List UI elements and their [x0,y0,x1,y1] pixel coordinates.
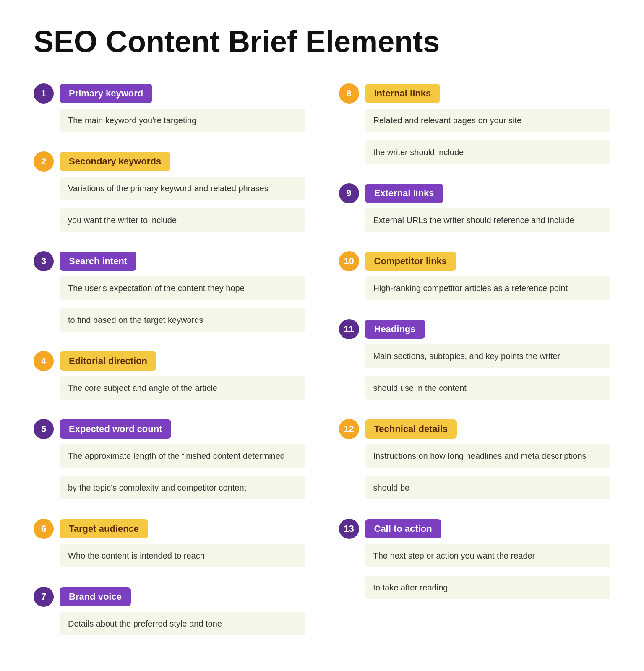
desc-row-1: The main keyword you're targeting [60,109,305,136]
desc-box-13-1: to take after reading [365,576,611,599]
label-6: Target audience [60,519,148,538]
badge-11: 11 [339,319,359,339]
desc-box-8-1: the writer should include [365,140,611,164]
label-7: Brand voice [60,587,131,606]
badge-12: 12 [339,419,359,439]
desc-box-6-0: Who the content is intended to reach [60,544,305,567]
desc-box-12-1: should be [365,476,611,499]
desc-box-7-0: Details about the preferred style and to… [60,612,305,635]
item-header-13: 13Call to action [339,519,611,539]
label-9: External links [365,184,443,203]
item-header-4: 4Editorial direction [34,351,305,371]
content-grid: 1Primary keywordThe main keyword you're … [34,83,610,655]
item-6: 6Target audienceWho the content is inten… [34,519,305,572]
badge-2: 2 [34,151,54,172]
item-header-1: 1Primary keyword [34,83,305,104]
desc-box-10-0: High-ranking competitor articles as a re… [365,276,611,300]
badge-1: 1 [34,83,54,104]
badge-3: 3 [34,251,54,271]
desc-row-5: The approximate length of the finished c… [60,444,305,504]
label-5: Expected word count [60,419,171,439]
desc-row-6: Who the content is intended to reach [60,544,305,572]
item-header-5: 5Expected word count [34,419,305,439]
badge-5: 5 [34,419,54,439]
item-5: 5Expected word countThe approximate leng… [34,419,305,504]
desc-row-9: External URLs the writer should referenc… [365,208,611,236]
desc-row-8: Related and relevant pages on your sitet… [365,109,611,168]
desc-box-3-0: The user's expectation of the content th… [60,276,305,300]
badge-4: 4 [34,351,54,371]
desc-row-3: The user's expectation of the content th… [60,276,305,336]
item-header-7: 7Brand voice [34,587,305,607]
item-13: 13Call to actionThe next step or action … [339,519,611,603]
item-header-12: 12Technical details [339,419,611,439]
label-12: Technical details [365,419,457,439]
item-header-10: 10Competitor links [339,251,611,271]
item-header-3: 3Search intent [34,251,305,271]
label-11: Headings [365,320,425,339]
desc-box-4-0: The core subject and angle of the articl… [60,376,305,400]
item-3: 3Search intentThe user's expectation of … [34,251,305,336]
badge-10: 10 [339,251,359,271]
desc-box-11-1: should use in the content [365,376,611,400]
badge-13: 13 [339,519,359,539]
label-3: Search intent [60,252,136,271]
label-8: Internal links [365,84,441,103]
desc-box-9-0: External URLs the writer should referenc… [365,208,611,232]
desc-row-7: Details about the preferred style and to… [60,612,305,640]
item-9: 9External linksExternal URLs the writer … [339,183,611,236]
desc-box-8-0: Related and relevant pages on your site [365,109,611,132]
desc-box-2-1: you want the writer to include [60,208,305,232]
desc-box-13-0: The next step or action you want the rea… [365,544,611,567]
item-4: 4Editorial directionThe core subject and… [34,351,305,404]
desc-row-12: Instructions on how long headlines and m… [365,444,611,504]
item-2: 2Secondary keywordsVariations of the pri… [34,151,305,236]
badge-6: 6 [34,519,54,539]
item-header-8: 8Internal links [339,83,611,104]
label-4: Editorial direction [60,351,156,371]
label-13: Call to action [365,519,441,538]
left-column: 1Primary keywordThe main keyword you're … [34,83,305,655]
page-title: SEO Content Brief Elements [34,25,610,58]
desc-box-2-0: Variations of the primary keyword and re… [60,177,305,200]
desc-box-11-0: Main sections, subtopics, and key points… [365,344,611,368]
badge-7: 7 [34,587,54,607]
item-header-2: 2Secondary keywords [34,151,305,172]
item-8: 8Internal linksRelated and relevant page… [339,83,611,168]
desc-row-11: Main sections, subtopics, and key points… [365,344,611,404]
desc-row-4: The core subject and angle of the articl… [60,376,305,404]
desc-box-1-0: The main keyword you're targeting [60,109,305,132]
right-column: 8Internal linksRelated and relevant page… [339,83,611,655]
label-1: Primary keyword [60,84,152,103]
desc-box-3-1: to find based on the target keywords [60,308,305,332]
badge-8: 8 [339,83,359,104]
desc-box-12-0: Instructions on how long headlines and m… [365,444,611,468]
item-header-11: 11Headings [339,319,611,339]
desc-box-5-0: The approximate length of the finished c… [60,444,305,468]
desc-box-5-1: by the topic's complexity and competitor… [60,476,305,499]
item-1: 1Primary keywordThe main keyword you're … [34,83,305,136]
desc-row-10: High-ranking competitor articles as a re… [365,276,611,304]
item-11: 11HeadingsMain sections, subtopics, and … [339,319,611,404]
item-header-6: 6Target audience [34,519,305,539]
badge-9: 9 [339,183,359,203]
desc-row-2: Variations of the primary keyword and re… [60,177,305,236]
item-header-9: 9External links [339,183,611,203]
label-10: Competitor links [365,252,456,271]
item-10: 10Competitor linksHigh-ranking competito… [339,251,611,304]
item-12: 12Technical detailsInstructions on how l… [339,419,611,504]
item-7: 7Brand voiceDetails about the preferred … [34,587,305,640]
label-2: Secondary keywords [60,152,170,171]
desc-row-13: The next step or action you want the rea… [365,544,611,603]
